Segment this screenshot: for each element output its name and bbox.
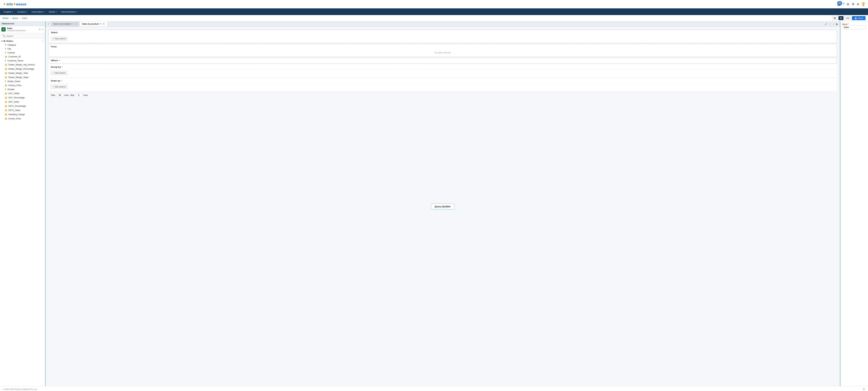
col-name-label: Dealer_Margin_Percentage bbox=[8, 68, 34, 70]
orderby-add-label: Add column bbox=[55, 86, 66, 88]
top-icons: 🔔 46 ? ⊞ 🖥 ⊕ 🏆 bbox=[837, 2, 865, 6]
main-layout: Column and Table Panel → Datasources X S… bbox=[0, 21, 868, 386]
footer-copyright: © 2013–2024 Noesys Software Pvt. Ltd. bbox=[3, 388, 37, 390]
ds-settings-icon[interactable]: ⚙ bbox=[39, 28, 41, 31]
from-header: From bbox=[49, 44, 837, 49]
groupby-label: Group by bbox=[51, 66, 61, 68]
column-item-factory_price[interactable]: ⊞Factory_Price bbox=[0, 83, 45, 88]
breadcrumb: Studio › Query › Sales bbox=[2, 17, 27, 20]
nav-automation[interactable]: Automation ▾ bbox=[29, 8, 46, 15]
skip-label: Skip bbox=[70, 94, 74, 96]
tab-down-icon[interactable]: ↓ bbox=[832, 22, 835, 26]
columns-view-btn[interactable]: ⊟ bbox=[838, 16, 843, 20]
notification-bell[interactable]: 🔔 46 bbox=[837, 2, 841, 6]
tab-salesprod-edit-icon[interactable]: ✏ bbox=[100, 23, 102, 25]
name-input[interactable] bbox=[842, 25, 866, 29]
col-type-icon: ⊞ bbox=[5, 113, 7, 116]
col-type-icon: ⊞ bbox=[5, 63, 7, 66]
tab-salesprod-close-icon[interactable]: ✕ bbox=[103, 23, 105, 25]
col-type-icon: ⊞ bbox=[5, 67, 7, 70]
groupby-section: Group by ▾ + Add column bbox=[48, 64, 837, 77]
col-name-label: Invoice_Price bbox=[8, 117, 21, 120]
tab-up-icon[interactable]: ↑ bbox=[829, 22, 831, 26]
search-box[interactable]: 🔍 bbox=[1, 34, 44, 38]
datasource-info: Sales Templates Administrator bbox=[7, 27, 37, 31]
column-item-dealer_margin_value[interactable]: ⊞Dealer_Margin_Value bbox=[0, 75, 45, 80]
tab-salesprod-label: Sales by product bbox=[82, 23, 99, 25]
breadcrumb-studio[interactable]: Studio bbox=[2, 17, 8, 20]
save-icon: 💾 bbox=[854, 17, 857, 20]
name-field-group: Name * bbox=[842, 23, 866, 29]
take-input[interactable] bbox=[57, 93, 63, 97]
datasources-label: Datasources bbox=[2, 22, 14, 25]
col-type-icon: T bbox=[5, 52, 6, 54]
column-item-dealer_name[interactable]: TDealer_Name bbox=[0, 80, 45, 83]
col-type-icon: ⊞ bbox=[5, 55, 7, 58]
select-add-column-btn[interactable]: + Add column bbox=[51, 37, 68, 41]
nav-administration-label: Administration bbox=[61, 10, 75, 13]
column-item-handling_charge[interactable]: ⊞Handling_Charge bbox=[0, 112, 45, 117]
layers-icon[interactable]: ⊞ bbox=[847, 2, 849, 6]
groupby-add-column-btn[interactable]: + Add column bbox=[51, 71, 67, 75]
tab-right-icon[interactable]: ▶ bbox=[835, 22, 839, 26]
nav-studio[interactable]: Studio ▾ bbox=[46, 8, 59, 15]
skip-input[interactable] bbox=[75, 93, 82, 97]
footer: © 2013–2024 Noesys Software Pvt. Ltd. ✦ bbox=[0, 386, 868, 391]
name-label: Name * bbox=[842, 23, 866, 25]
where-plus-icon[interactable]: + bbox=[59, 59, 60, 62]
select-label: Select bbox=[51, 31, 58, 34]
scrollbar-hint: ⋯ bbox=[48, 99, 837, 103]
name-required-star: * bbox=[848, 23, 848, 25]
breadcrumb-bar: Studio › Query › Sales ⊞ ⊟ </> 💾 Save bbox=[0, 15, 868, 21]
monitor-icon[interactable]: 🖥 bbox=[851, 2, 855, 6]
column-item-gst_offset[interactable]: ⊞GST_Offset bbox=[0, 91, 45, 96]
nav-administration[interactable]: Administration ▾ bbox=[59, 8, 79, 15]
logo-icon: ✦ bbox=[3, 2, 6, 6]
nav-insights[interactable]: Insights ▾ bbox=[1, 8, 15, 15]
tab-add-btn[interactable]: + bbox=[46, 21, 50, 27]
center-panel: + Sales reconciliation ✏ ✕ Sales by prod… bbox=[45, 21, 840, 386]
column-item-invoice_price[interactable]: ⊞Invoice_Price bbox=[0, 117, 45, 121]
table-view-btn[interactable]: ⊞ bbox=[832, 16, 837, 20]
column-item-gender[interactable]: TGender bbox=[0, 88, 45, 91]
col-name-label: Customer_ID bbox=[8, 56, 21, 58]
take-rows-label: rows bbox=[64, 94, 69, 96]
column-item-dealer_margin_adj_amount[interactable]: ⊞Dealer_Margin_Adj_Amount bbox=[0, 63, 45, 67]
column-item-country[interactable]: TCountry bbox=[0, 51, 45, 55]
orderby-add-column-btn[interactable]: + Add column bbox=[51, 85, 67, 89]
column-item-gst_percentage[interactable]: ⊞GST_Percentage bbox=[0, 96, 45, 100]
tab-salesrec-close-icon[interactable]: ✕ bbox=[75, 23, 77, 25]
column-item-gst1_percentage[interactable]: ⊞GST1_Percentage bbox=[0, 104, 45, 108]
trophy-icon[interactable]: 🏆 bbox=[861, 2, 865, 6]
col-name-label: GST1_Percentage bbox=[8, 105, 26, 107]
column-item-dealer_margin_percentage[interactable]: ⊞Dealer_Margin_Percentage bbox=[0, 67, 45, 71]
column-items-container: TCategoryTCityTCountry⊞Customer_IDTCusto… bbox=[0, 43, 45, 121]
save-button[interactable]: 💾 Save bbox=[852, 16, 866, 20]
column-item-customer_name[interactable]: TCustomer_Name bbox=[0, 59, 45, 63]
nav-analysis[interactable]: Analysis ▾ bbox=[15, 8, 29, 15]
tab-pencil-icon[interactable]: 🖊 bbox=[824, 22, 828, 26]
plus-icon[interactable]: ⊕ bbox=[857, 2, 859, 6]
col-name-label: GST1_Value bbox=[8, 109, 20, 112]
col-name-label: Dealer_Margin_Value bbox=[8, 76, 29, 79]
breadcrumb-query[interactable]: Query bbox=[12, 17, 18, 20]
tab-sales-by-product[interactable]: Sales by product ✏ ✕ bbox=[80, 22, 107, 26]
help-icon[interactable]: ? bbox=[843, 2, 844, 6]
nav-bar: Insights ▾ Analysis ▾ Automation ▾ Studi… bbox=[0, 8, 868, 15]
column-item-customer_id[interactable]: ⊞Customer_ID bbox=[0, 55, 45, 59]
tab-salesrec-edit-icon[interactable]: ✏ bbox=[72, 23, 74, 25]
col-type-icon: ⊞ bbox=[5, 100, 7, 103]
column-item-gst_value[interactable]: ⊞GST_Value bbox=[0, 100, 45, 104]
search-input[interactable] bbox=[6, 35, 42, 37]
column-item-dealer_margin_total[interactable]: ⊞Dealer_Margin_Total bbox=[0, 71, 45, 75]
tab-sales-reconciliation[interactable]: Sales reconciliation ✏ ✕ bbox=[51, 22, 79, 26]
column-item-gst1_value[interactable]: ⊞GST1_Value bbox=[0, 108, 45, 112]
col-name-label: Category bbox=[7, 44, 16, 46]
code-view-btn[interactable]: </> bbox=[844, 16, 851, 20]
breadcrumb-sep-1: › bbox=[10, 17, 11, 20]
column-item-city[interactable]: TCity bbox=[0, 47, 45, 51]
column-item-category[interactable]: TCategory bbox=[0, 43, 45, 47]
ds-close-icon[interactable]: ✕ bbox=[42, 28, 44, 31]
table-header-orders[interactable]: ▾ ⊞ Orders bbox=[0, 39, 45, 43]
table-checkbox[interactable] bbox=[42, 40, 44, 42]
